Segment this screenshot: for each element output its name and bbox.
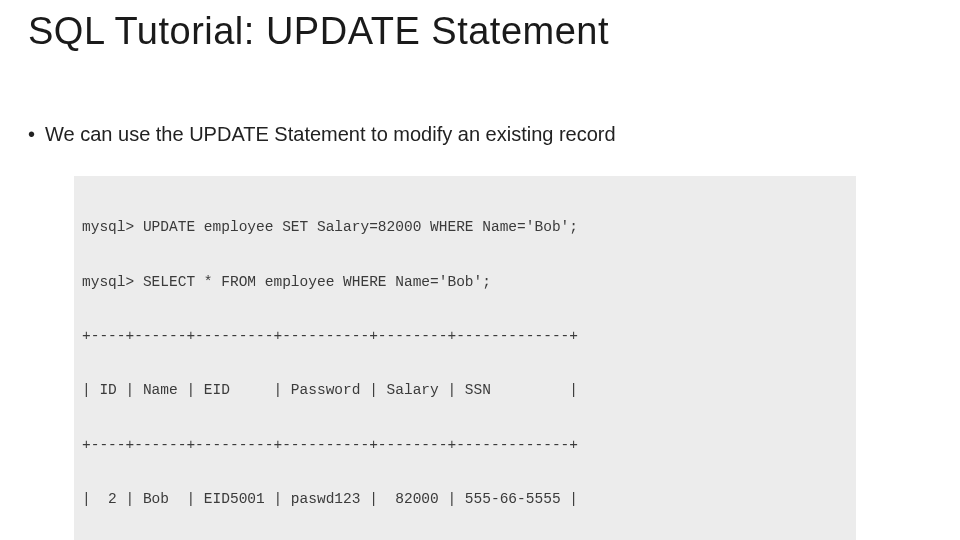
code-line: | ID | Name | EID | Password | Salary | … <box>82 381 848 399</box>
bullet-item: • We can use the UPDATE Statement to mod… <box>28 123 616 146</box>
code-line: mysql> SELECT * FROM employee WHERE Name… <box>82 273 848 291</box>
code-line: +----+------+---------+----------+------… <box>82 436 848 454</box>
slide: SQL Tutorial: UPDATE Statement • We can … <box>0 0 960 540</box>
bullet-text: We can use the UPDATE Statement to modif… <box>45 123 616 146</box>
code-line: mysql> UPDATE employee SET Salary=82000 … <box>82 218 848 236</box>
sql-output-block: mysql> UPDATE employee SET Salary=82000 … <box>74 176 856 540</box>
bullet-icon: • <box>28 124 35 144</box>
code-line: +----+------+---------+----------+------… <box>82 327 848 345</box>
slide-title: SQL Tutorial: UPDATE Statement <box>28 10 609 53</box>
code-line: | 2 | Bob | EID5001 | paswd123 | 82000 |… <box>82 490 848 508</box>
